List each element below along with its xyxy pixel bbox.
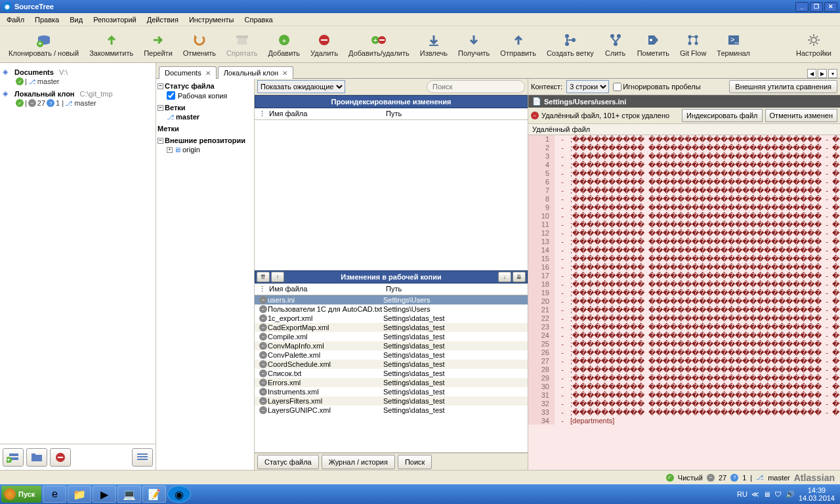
start-button[interactable]: Пуск (1, 486, 41, 503)
tool-Перейти[interactable]: Перейти (139, 30, 177, 59)
tool-Отправить[interactable]: Отправить (495, 30, 541, 59)
taskbar-app2[interactable]: 📝 (142, 486, 166, 503)
tags-section[interactable]: Метки (158, 124, 253, 133)
menu-Правка[interactable]: Правка (31, 14, 63, 25)
context-select[interactable]: 3 строки (566, 80, 609, 93)
removed-icon: − (259, 397, 267, 405)
tray-chevron[interactable]: ≪ (751, 490, 759, 499)
external-diff-button[interactable]: Внешняя утилита сравнения (729, 80, 837, 93)
tray-volume-icon[interactable]: 🔊 (786, 490, 795, 499)
close-tab-icon[interactable]: ✕ (205, 70, 211, 77)
taskbar-ie[interactable]: e (43, 486, 66, 503)
file-row[interactable]: −1c_export.xmlSettings\datas_test (255, 314, 528, 323)
file-row[interactable]: −Пользователи 1С для AutoCAD.txtSettings… (255, 304, 528, 314)
svg-point-20 (617, 34, 621, 38)
tool-Отменить[interactable]: Отменить (178, 30, 220, 59)
unstage-down-button[interactable]: ↓ (498, 272, 511, 282)
unstaged-files: −users.iniSettings\Users−Пользователи 1С… (255, 295, 528, 453)
menu-Репозиторий[interactable]: Репозиторий (89, 14, 140, 25)
working-copy-item[interactable]: Рабочая копия (158, 91, 253, 100)
branches-section[interactable]: −Ветки (158, 103, 253, 112)
menu-Инструменты[interactable]: Инструменты (185, 14, 238, 25)
list-view-button[interactable] (132, 448, 153, 467)
svg-rect-10 (321, 39, 327, 41)
folder-button[interactable] (26, 448, 47, 467)
working-copy-checkbox[interactable] (167, 91, 175, 100)
tool-Создать ветку[interactable]: Создать ветку (542, 30, 598, 59)
tab-prev[interactable]: ◀ (807, 69, 816, 78)
language-indicator[interactable]: RU (737, 490, 747, 498)
add-repo-button[interactable]: + (3, 448, 24, 467)
file-row[interactable]: −ConvPalette.xmlSettings\datas_test (255, 350, 528, 360)
tool-Добавить[interactable]: +Добавить (263, 30, 304, 59)
menu-Вид[interactable]: Вид (66, 14, 87, 25)
tray-icon-2[interactable]: 🛡 (774, 490, 782, 498)
discard-file-button[interactable]: Отменить изменен (765, 109, 837, 122)
tab-menu[interactable]: ▾ (828, 69, 837, 78)
tool-Добавить/удалить[interactable]: +Добавить/удалить (344, 30, 414, 59)
unstage-all-down-button[interactable]: ⇊ (513, 272, 526, 282)
tab-next[interactable]: ▶ (818, 69, 827, 78)
svg-text:+: + (7, 455, 10, 463)
tool-Пометить[interactable]: Пометить (633, 30, 674, 59)
tab-Documents[interactable]: Documents✕ (159, 66, 217, 79)
bottom-tab-Поиск[interactable]: Поиск (398, 455, 432, 469)
repo-branch[interactable]: ✓ | −27 ?1 | ⎇master (3, 98, 154, 108)
svg-line-34 (810, 36, 811, 37)
file-row[interactable]: −CoordSchedule.xmlSettings\datas_test (255, 360, 528, 369)
remove-repo-button[interactable] (50, 448, 71, 467)
removed-icon: − (259, 324, 267, 331)
taskbar-media[interactable]: ▶ (93, 486, 116, 503)
tool-Клонировать / новый[interactable]: +Клонировать / новый (4, 30, 83, 59)
tray-icon-1[interactable]: 🖥 (763, 490, 770, 498)
stage-up-button[interactable]: ↑ (271, 272, 284, 282)
branch-master[interactable]: ⎇master (158, 112, 253, 121)
diff-line: 14-;���������� ������������������������ … (528, 246, 840, 255)
menu-Файл[interactable]: Файл (3, 14, 28, 25)
repo-Documents[interactable]: ◈DocumentsV:\ (3, 67, 154, 77)
minimize-button[interactable]: _ (795, 2, 808, 12)
stage-file-button[interactable]: Индексировать файл (682, 109, 763, 122)
tool-Получить[interactable]: Получить (453, 30, 494, 59)
tool-icon: + (276, 32, 292, 48)
file-row[interactable]: −CadExportMap.xmlSettings\datas_test (255, 323, 528, 332)
menu-Справка[interactable]: Справка (240, 14, 276, 25)
repo-branch[interactable]: ✓ | ⎇master (3, 77, 154, 86)
menu-Действия[interactable]: Действия (143, 14, 182, 25)
tool-Git Flow[interactable]: Git Flow (675, 30, 711, 59)
file-row[interactable]: −LayersGUNIPC.xmlSettings\datas_test (255, 406, 528, 415)
search-input[interactable] (427, 80, 525, 93)
tool-Извлечь[interactable]: Извлечь (415, 30, 452, 59)
file-row[interactable]: −Errors.xmlSettings\datas_test (255, 378, 528, 387)
tool-Слить[interactable]: Слить (600, 30, 631, 59)
stage-all-up-button[interactable]: ⇈ (257, 272, 270, 282)
taskbar-explorer[interactable]: 📁 (68, 486, 91, 503)
maximize-button[interactable]: ❐ (810, 2, 823, 12)
file-row[interactable]: −Instruments.xmlSettings\datas_test (255, 387, 528, 396)
tool-Терминал[interactable]: >_Терминал (712, 30, 755, 59)
tool-settings[interactable]: Настройки (791, 30, 836, 59)
close-button[interactable]: ✕ (824, 2, 837, 12)
ignore-whitespace-check[interactable]: Игнорировать пробелы (613, 83, 700, 91)
tool-Удалить[interactable]: Удалить (306, 30, 343, 59)
close-tab-icon[interactable]: ✕ (282, 70, 287, 77)
tab-Локальный клон[interactable]: Локальный клон✕ (218, 66, 294, 79)
file-row[interactable]: −Compile.xmlSettings\datas_test (255, 332, 528, 341)
tool-Закоммитить[interactable]: Закоммитить (85, 30, 138, 59)
file-row[interactable]: −Список.txtSettings\datas_test (255, 369, 528, 378)
remote-origin[interactable]: +🖥origin (158, 145, 253, 154)
repo-Локальный клон[interactable]: ◈Локальный клонC:\git_tmp (3, 89, 154, 98)
removed-icon: − (259, 342, 267, 350)
file-row[interactable]: −ConvMapInfo.xmlSettings\datas_test (255, 341, 528, 350)
file-status-section[interactable]: −Статус файла (158, 81, 253, 91)
filter-select[interactable]: Показать ожидающие (257, 80, 345, 93)
removed-icon: − (259, 379, 267, 387)
taskbar-sourcetree[interactable]: ◉ (167, 486, 191, 503)
taskbar-app1[interactable]: 💻 (117, 486, 141, 503)
file-row[interactable]: −users.iniSettings\Users (255, 295, 528, 304)
bottom-tab-Журнал / история[interactable]: Журнал / история (322, 455, 395, 469)
clock[interactable]: 14:3914.03.2014 (799, 486, 835, 502)
file-row[interactable]: −LayersFilters.xmlSettings\datas_test (255, 396, 528, 406)
remotes-section[interactable]: −Внешние репозитории (158, 136, 253, 145)
bottom-tab-Статус файла[interactable]: Статус файла (257, 455, 319, 469)
